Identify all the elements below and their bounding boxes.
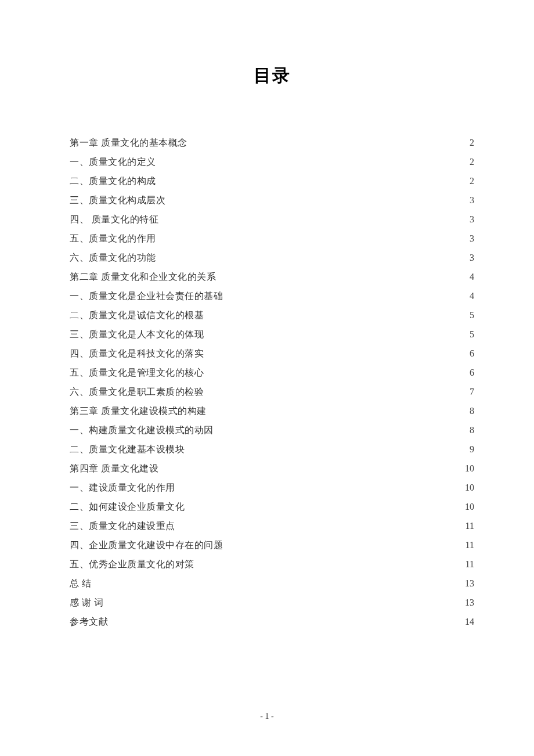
toc-entry-page: 3 (463, 210, 474, 229)
toc-entry-page: 11 (463, 516, 474, 535)
toc-entry: 五、优秀企业质量文化的对策 11 (70, 555, 474, 574)
table-of-contents: 第一章 质量文化的基本概念 2 一、质量文化的定义 2 二、质量文化的构成 2 … (70, 133, 474, 631)
toc-entry-title: 二、质量文化建基本设模块 (70, 440, 185, 459)
toc-entry: 六、质量文化是职工素质的检验 7 (70, 382, 474, 401)
toc-entry-title: 三、质量文化是人本文化的体现 (70, 325, 204, 344)
toc-entry-title: 一、质量文化的定义 (70, 152, 156, 171)
toc-entry-page: 3 (463, 248, 474, 267)
toc-entry-page: 11 (463, 535, 474, 555)
toc-entry: 六、质量文化的功能 3 (70, 248, 474, 267)
toc-entry-title: 五、质量文化是管理文化的核心 (70, 363, 204, 382)
toc-entry-title: 第二章 质量文化和企业文化的关系 (70, 267, 216, 286)
page-number: - 1 - (0, 712, 534, 721)
toc-entry-page: 2 (463, 152, 474, 171)
toc-entry: 参考文献 14 (70, 612, 474, 631)
toc-entry: 感 谢 词 13 (70, 593, 474, 612)
toc-entry-page: 3 (463, 190, 474, 210)
toc-entry-title: 四、质量文化是科技文化的落实 (70, 344, 204, 363)
toc-entry: 四、质量文化是科技文化的落实 6 (70, 344, 474, 363)
toc-entry-page: 13 (463, 574, 474, 593)
toc-entry-title: 感 谢 词 (70, 593, 104, 612)
toc-entry-page: 6 (463, 363, 474, 382)
toc-entry: 三、质量文化构成层次 3 (70, 190, 474, 210)
toc-entry-page: 6 (463, 344, 474, 363)
toc-entry-page: 3 (463, 229, 474, 248)
toc-entry: 一、建设质量文化的作用 10 (70, 478, 474, 497)
toc-entry-page: 4 (463, 286, 474, 305)
toc-entry-page: 7 (463, 382, 474, 401)
toc-entry-title: 参考文献 (70, 612, 108, 631)
toc-entry-page: 10 (463, 497, 474, 516)
toc-entry-title: 三、质量文化的建设重点 (70, 516, 175, 535)
toc-entry-page: 8 (463, 420, 474, 440)
toc-entry: 一、质量文化是企业社会责任的基础 4 (70, 286, 474, 305)
toc-entry-title: 二、质量文化的构成 (70, 171, 156, 190)
toc-entry: 第二章 质量文化和企业文化的关系 4 (70, 267, 474, 286)
toc-entry: 四、企业质量文化建设中存在的问题 11 (70, 535, 474, 555)
toc-entry-title: 三、质量文化构成层次 (70, 190, 165, 210)
toc-entry-title: 一、质量文化是企业社会责任的基础 (70, 286, 223, 305)
toc-entry: 三、质量文化的建设重点 11 (70, 516, 474, 535)
toc-entry: 二、质量文化是诚信文化的根基 5 (70, 305, 474, 325)
toc-entry: 四、 质量文化的特征 3 (70, 210, 474, 229)
toc-entry: 第四章 质量文化建设 10 (70, 459, 474, 478)
toc-entry-title: 第四章 质量文化建设 (70, 459, 158, 478)
toc-entry-title: 一、建设质量文化的作用 (70, 478, 175, 497)
toc-entry-page: 8 (463, 401, 474, 420)
toc-entry: 第三章 质量文化建设模式的构建 8 (70, 401, 474, 420)
toc-entry-title: 六、质量文化是职工素质的检验 (70, 382, 204, 401)
toc-entry-page: 10 (463, 459, 474, 478)
toc-entry-title: 五、优秀企业质量文化的对策 (70, 555, 194, 574)
toc-entry-page: 13 (463, 593, 474, 612)
page-title: 目录 (70, 64, 474, 88)
toc-entry-page: 5 (463, 325, 474, 344)
toc-entry-title: 一、构建质量文化建设模式的动因 (70, 420, 214, 440)
toc-entry-title: 五、质量文化的作用 (70, 229, 156, 248)
toc-entry-page: 9 (463, 440, 474, 459)
toc-entry-page: 5 (463, 305, 474, 325)
toc-entry: 二、质量文化建基本设模块 9 (70, 440, 474, 459)
document-page: 目录 第一章 质量文化的基本概念 2 一、质量文化的定义 2 二、质量文化的构成… (0, 0, 534, 631)
toc-entry-title: 第一章 质量文化的基本概念 (70, 133, 187, 152)
toc-entry: 二、如何建设企业质量文化 10 (70, 497, 474, 516)
toc-entry-page: 2 (463, 171, 474, 190)
toc-entry-title: 二、如何建设企业质量文化 (70, 497, 185, 516)
toc-entry-page: 11 (463, 555, 474, 574)
toc-entry: 三、质量文化是人本文化的体现 5 (70, 325, 474, 344)
toc-entry-title: 四、企业质量文化建设中存在的问题 (70, 535, 223, 555)
toc-entry: 第一章 质量文化的基本概念 2 (70, 133, 474, 152)
toc-entry-title: 总 结 (70, 574, 92, 593)
toc-entry-page: 10 (463, 478, 474, 497)
toc-entry: 二、质量文化的构成 2 (70, 171, 474, 190)
toc-entry-page: 4 (463, 267, 474, 286)
toc-entry-title: 六、质量文化的功能 (70, 248, 156, 267)
toc-entry: 一、构建质量文化建设模式的动因 8 (70, 420, 474, 440)
toc-entry-title: 二、质量文化是诚信文化的根基 (70, 305, 204, 325)
toc-entry-page: 14 (463, 612, 474, 631)
toc-entry-title: 第三章 质量文化建设模式的构建 (70, 401, 207, 420)
toc-entry: 一、质量文化的定义 2 (70, 152, 474, 171)
toc-entry-page: 2 (463, 133, 474, 152)
toc-entry: 五、质量文化是管理文化的核心 6 (70, 363, 474, 382)
toc-entry-title: 四、 质量文化的特征 (70, 210, 158, 229)
toc-entry: 总 结 13 (70, 574, 474, 593)
toc-entry: 五、质量文化的作用 3 (70, 229, 474, 248)
